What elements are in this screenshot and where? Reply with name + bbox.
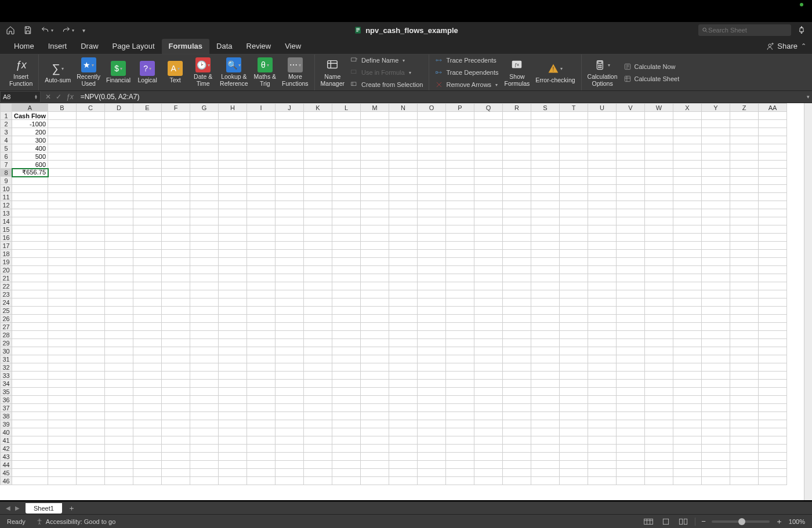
cell[interactable] [247,355,276,363]
cell[interactable] [361,420,389,428]
cell[interactable] [133,331,162,339]
cell[interactable] [276,428,304,436]
cell[interactable] [162,331,190,339]
cell[interactable] [133,412,162,420]
cell[interactable] [77,161,105,169]
cell[interactable] [531,177,560,185]
cell[interactable] [673,169,702,177]
tab-insert[interactable]: Insert [41,39,74,54]
cell[interactable] [418,234,446,242]
cell[interactable] [617,242,645,250]
cell[interactable] [617,225,645,234]
cell[interactable] [673,112,702,120]
cell[interactable] [389,136,418,144]
cell[interactable] [702,120,730,128]
cell[interactable] [247,469,276,477]
cell[interactable] [133,307,162,315]
cell[interactable] [617,120,645,128]
cell[interactable]: ₹656.75 [12,169,48,177]
cell[interactable] [219,258,247,266]
cell[interactable] [48,161,77,169]
cell[interactable] [304,469,332,477]
cell[interactable] [730,453,759,461]
cell[interactable] [133,445,162,453]
cell[interactable] [702,266,730,274]
cell[interactable] [673,363,702,372]
cell[interactable] [219,185,247,193]
cell[interactable] [446,217,474,225]
cell[interactable] [645,128,673,136]
cell[interactable] [673,477,702,485]
cell[interactable] [332,404,361,412]
cell[interactable] [531,404,560,412]
cell[interactable] [332,298,361,307]
cell[interactable] [531,274,560,282]
cell[interactable] [105,234,133,242]
cell[interactable] [645,363,673,372]
cell[interactable] [560,372,588,380]
cell[interactable] [645,307,673,315]
cell[interactable] [474,209,503,217]
cell[interactable] [759,282,787,290]
row-header[interactable]: 11 [1,193,12,201]
cell[interactable] [503,298,531,307]
create-from-selection-button[interactable]: Create from Selection [350,79,423,90]
cell[interactable] [389,242,418,250]
cell[interactable] [361,355,389,363]
cell[interactable] [48,128,77,136]
cell[interactable] [77,388,105,396]
row-header[interactable]: 22 [1,282,12,290]
cell[interactable] [219,339,247,347]
cell[interactable] [77,225,105,234]
cell[interactable] [759,201,787,209]
cell[interactable] [361,388,389,396]
cell[interactable] [474,177,503,185]
cell[interactable] [645,201,673,209]
cell[interactable] [162,209,190,217]
cell[interactable] [332,144,361,152]
cell[interactable] [503,177,531,185]
cell[interactable] [48,363,77,372]
cell[interactable] [12,372,48,380]
cell[interactable] [446,242,474,250]
cell[interactable] [503,136,531,144]
cell[interactable] [446,355,474,363]
cell[interactable] [77,201,105,209]
cell[interactable] [418,453,446,461]
cell[interactable] [304,282,332,290]
cell[interactable] [12,428,48,436]
cell[interactable] [560,461,588,469]
cell[interactable] [389,339,418,347]
cell[interactable] [474,266,503,274]
cell[interactable] [219,461,247,469]
cell[interactable] [247,136,276,144]
cell[interactable] [531,258,560,266]
cell[interactable] [12,274,48,282]
cell[interactable] [12,404,48,412]
cell[interactable] [276,323,304,331]
cell[interactable] [133,469,162,477]
cell[interactable] [332,339,361,347]
cell[interactable] [446,128,474,136]
cell[interactable] [759,209,787,217]
cell[interactable] [105,388,133,396]
cell[interactable] [673,307,702,315]
cell[interactable] [560,339,588,347]
cell[interactable] [12,469,48,477]
cell[interactable] [503,469,531,477]
cell[interactable] [560,234,588,242]
cell[interactable] [673,225,702,234]
cell[interactable] [645,331,673,339]
cell[interactable] [588,209,617,217]
cell[interactable] [673,461,702,469]
cell[interactable] [560,363,588,372]
cell[interactable] [531,461,560,469]
cell[interactable] [219,242,247,250]
cell[interactable] [759,420,787,428]
cell[interactable] [418,445,446,453]
cell[interactable] [247,477,276,485]
cell[interactable] [389,193,418,201]
tab-formulas[interactable]: Formulas [162,39,210,54]
cell[interactable] [503,201,531,209]
tab-data[interactable]: Data [209,39,239,54]
